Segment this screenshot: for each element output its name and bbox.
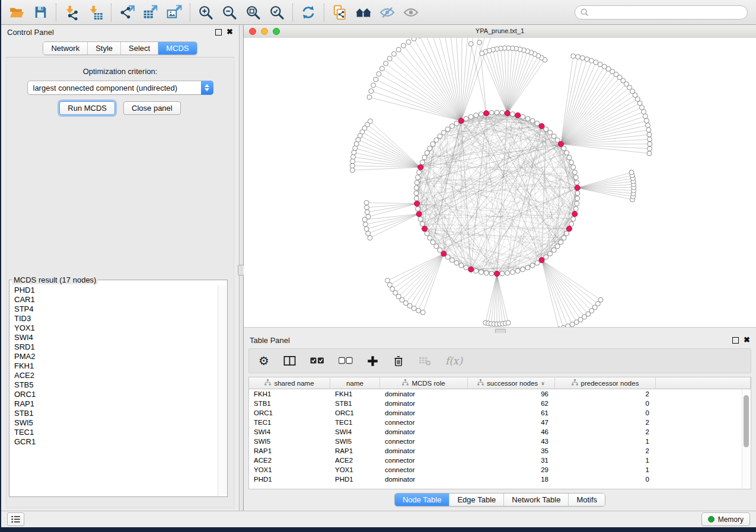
result-list-item[interactable]: TEC1 <box>10 428 227 437</box>
table-cell: 2 <box>555 419 656 426</box>
result-list-item[interactable]: FKH1 <box>10 361 227 371</box>
result-list-item[interactable]: TID3 <box>10 314 227 323</box>
table-scrollbar-thumb[interactable] <box>744 395 749 447</box>
tab-style[interactable]: Style <box>87 42 120 55</box>
table-row[interactable]: FKH1FKH1dominator962 <box>249 389 751 399</box>
main-toolbar <box>1 0 756 25</box>
open-file-icon[interactable] <box>5 3 28 22</box>
table-cell: 0 <box>555 476 656 483</box>
control-panel-tabs: NetworkStyleSelectMCDS <box>43 41 197 55</box>
network-graph[interactable] <box>244 38 756 327</box>
duplicate-network-icon[interactable] <box>328 3 352 22</box>
export-network-icon[interactable] <box>115 3 139 22</box>
close-window-icon[interactable] <box>249 28 256 35</box>
task-history-button[interactable] <box>7 512 24 526</box>
result-list-scrollbar[interactable] <box>218 286 227 496</box>
show-all-icon[interactable] <box>399 3 423 22</box>
tab-mcds[interactable]: MCDS <box>158 42 196 55</box>
unselect-all-columns-icon[interactable] <box>339 354 353 368</box>
tab-motifs[interactable]: Motifs <box>568 493 605 506</box>
optimization-criterion-dropdown[interactable]: largest connected component (undirected) <box>27 81 213 95</box>
result-list-item[interactable]: SWI4 <box>10 333 227 342</box>
column-type-icon <box>402 379 409 387</box>
table-cell: STB1 <box>249 400 330 407</box>
table-panel-tabs: Node TableEdge TableNetwork TableMotifs <box>394 493 605 507</box>
column-header-name[interactable]: name <box>330 377 380 389</box>
create-column-icon[interactable] <box>367 354 378 368</box>
column-header-MCDS-role[interactable]: MCDS role <box>380 377 468 389</box>
table-cell: 18 <box>468 476 555 483</box>
table-row[interactable]: SWI5SWI5connector431 <box>249 437 751 446</box>
table-row[interactable]: YOX1YOX1connector291 <box>249 465 751 475</box>
table-row[interactable]: STB1STB1dominator620 <box>249 399 751 408</box>
table-row[interactable]: ACE2ACE2connector311 <box>249 456 751 465</box>
search-box[interactable] <box>575 5 748 20</box>
result-list-item[interactable]: SRD1 <box>10 342 227 352</box>
tab-edge-table[interactable]: Edge Table <box>449 493 503 506</box>
tab-select[interactable]: Select <box>120 42 158 55</box>
result-list-item[interactable]: STP4 <box>10 305 227 314</box>
vertical-splitter[interactable] <box>239 25 244 511</box>
table-cell: YOX1 <box>330 466 380 473</box>
tab-node-table[interactable]: Node Table <box>395 493 449 506</box>
toolbar-separator <box>324 4 324 21</box>
result-list-item[interactable]: RAP1 <box>10 399 227 409</box>
result-list-item[interactable]: STB1 <box>10 409 227 418</box>
table-cell: 35 <box>468 447 555 454</box>
import-table-icon[interactable] <box>84 3 107 22</box>
application-window: Control Panel ✖ NetworkStyleSelectMCDS O… <box>1 0 756 527</box>
tab-network-table[interactable]: Network Table <box>503 493 568 506</box>
table-panel-title: Table Panel <box>250 336 290 345</box>
table-row[interactable]: RAP1RAP1dominator352 <box>249 446 751 456</box>
table-scrollbar[interactable] <box>742 389 750 488</box>
column-layout-icon[interactable] <box>283 354 296 368</box>
network-canvas[interactable] <box>244 38 756 327</box>
float-panel-icon[interactable] <box>732 337 739 344</box>
delete-column-icon[interactable] <box>393 354 404 368</box>
column-label: shared name <box>274 380 314 387</box>
search-input[interactable] <box>592 8 747 17</box>
zoom-fit-icon[interactable] <box>241 3 265 22</box>
result-list-item[interactable]: YOX1 <box>10 323 227 333</box>
zoom-in-icon[interactable] <box>194 3 218 22</box>
export-image-icon[interactable] <box>162 3 186 22</box>
close-panel-icon[interactable]: ✖ <box>744 337 750 343</box>
column-header-shared-name[interactable]: shared name <box>249 377 330 389</box>
table-row[interactable]: TEC1TEC1connector472 <box>249 418 751 427</box>
first-neighbors-icon[interactable] <box>352 3 375 22</box>
column-label: predecessor nodes <box>581 380 639 387</box>
result-list-item[interactable]: PMA2 <box>10 352 227 361</box>
result-list-item[interactable]: STB5 <box>10 380 227 390</box>
import-network-icon[interactable] <box>60 3 84 22</box>
column-header-predecessor-nodes[interactable]: predecessor nodes <box>555 377 656 389</box>
table-cell: SWI5 <box>330 438 380 445</box>
result-list-item[interactable]: PHD1 <box>10 286 227 295</box>
close-panel-icon[interactable]: ✖ <box>227 29 233 35</box>
table-row[interactable]: SWI4SWI4dominator462 <box>249 427 751 437</box>
delete-table-icon-disabled <box>419 354 431 368</box>
mcds-result-list[interactable]: PHD1CAR1STP4TID3YOX1SWI4SRD1PMA2FKH1ACE2… <box>10 286 227 496</box>
zoom-selected-icon[interactable] <box>265 3 289 22</box>
memory-button[interactable]: Memory <box>701 512 750 526</box>
result-list-item[interactable]: GCR1 <box>10 437 227 447</box>
result-list-item[interactable]: SWI5 <box>10 418 227 428</box>
result-list-item[interactable]: ORC1 <box>10 390 227 399</box>
save-session-icon[interactable] <box>28 3 52 22</box>
refresh-view-icon[interactable] <box>296 3 320 22</box>
maximize-window-icon[interactable] <box>273 28 280 35</box>
table-row[interactable]: PHD1PHD1dominator180 <box>249 475 751 484</box>
select-all-columns-icon[interactable] <box>310 354 324 368</box>
table-row[interactable]: ORC1ORC1dominator610 <box>249 408 751 418</box>
run-mcds-button[interactable]: Run MCDS <box>59 101 115 115</box>
hide-selected-icon[interactable] <box>375 3 399 22</box>
float-panel-icon[interactable] <box>215 29 222 36</box>
table-settings-icon[interactable]: ⚙ <box>259 354 269 368</box>
tab-network[interactable]: Network <box>43 42 87 55</box>
result-list-item[interactable]: ACE2 <box>10 371 227 380</box>
result-list-item[interactable]: CAR1 <box>10 295 227 305</box>
export-table-icon[interactable] <box>139 3 162 22</box>
zoom-out-icon[interactable] <box>218 3 241 22</box>
close-panel-button[interactable]: Close panel <box>123 101 181 115</box>
column-header-successor-nodes[interactable]: successor nodes∨ <box>468 377 555 389</box>
minimize-window-icon[interactable] <box>261 28 268 35</box>
